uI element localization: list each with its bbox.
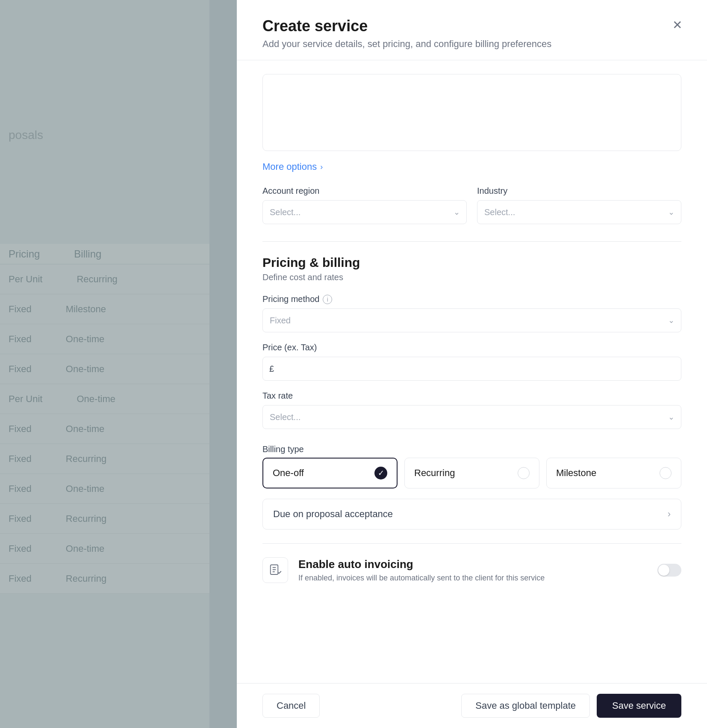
- more-options-label: More options: [262, 161, 317, 172]
- account-region-wrapper: Select... ⌄: [262, 200, 467, 224]
- close-icon: ✕: [672, 18, 682, 32]
- billing-type-row: One-off ✓ Recurring Milestone: [262, 458, 681, 488]
- save-as-template-button[interactable]: Save as global template: [461, 694, 590, 718]
- auto-invoicing-row: Enable auto invoicing If enabled, invoic…: [262, 543, 681, 597]
- modal-footer: Cancel Save as global template Save serv…: [237, 683, 707, 728]
- close-button[interactable]: ✕: [668, 15, 686, 34]
- price-input[interactable]: [262, 357, 681, 381]
- region-industry-row: Account region Select... ⌄ Industry Sele…: [262, 186, 681, 224]
- pricing-billing-heading: Pricing & billing: [262, 255, 681, 270]
- create-service-modal: Create service Add your service details,…: [237, 0, 707, 728]
- industry-label: Industry: [477, 186, 681, 196]
- invoice-icon: [269, 564, 282, 577]
- tax-rate-label: Tax rate: [262, 391, 681, 401]
- pricing-method-select[interactable]: Fixed Per Unit Hourly: [262, 308, 681, 332]
- modal-header: Create service Add your service details,…: [237, 0, 707, 60]
- due-chevron-icon: ›: [668, 509, 671, 520]
- auto-invoice-content: Enable auto invoicing If enabled, invoic…: [298, 558, 647, 583]
- modal-overlay: Create service Add your service details,…: [0, 0, 707, 728]
- price-input-wrapper: £: [262, 357, 681, 381]
- price-group: Price (ex. Tax) £: [262, 343, 681, 381]
- billing-recurring-label: Recurring: [414, 468, 455, 479]
- pricing-billing-section: Pricing & billing Define cost and rates …: [262, 255, 681, 614]
- billing-milestone-label: Milestone: [556, 468, 596, 479]
- invoice-icon-box: [262, 557, 288, 583]
- service-description-textarea[interactable]: [262, 74, 681, 151]
- billing-one-off-label: One-off: [273, 468, 304, 479]
- tax-rate-select[interactable]: Select...: [262, 405, 681, 429]
- modal-content: More options › Account region Select... …: [237, 60, 707, 683]
- industry-group: Industry Select... ⌄: [477, 186, 681, 224]
- billing-recurring-radio-icon: [518, 467, 530, 479]
- industry-select[interactable]: Select...: [477, 200, 681, 224]
- tax-rate-wrapper: Select... ⌄: [262, 405, 681, 429]
- chevron-right-icon: ›: [320, 163, 323, 172]
- account-region-select[interactable]: Select...: [262, 200, 467, 224]
- billing-type-label: Billing type: [262, 444, 681, 454]
- price-label: Price (ex. Tax): [262, 343, 681, 352]
- auto-invoice-toggle[interactable]: [657, 564, 681, 577]
- auto-invoice-desc: If enabled, invoices will be automatical…: [298, 574, 647, 583]
- billing-option-one-off[interactable]: One-off ✓: [262, 458, 398, 488]
- save-service-button[interactable]: Save service: [597, 694, 681, 718]
- more-options-link[interactable]: More options ›: [262, 161, 681, 172]
- billing-option-recurring[interactable]: Recurring: [404, 458, 539, 488]
- billing-type-group: Billing type: [262, 444, 681, 454]
- pricing-billing-desc: Define cost and rates: [262, 272, 681, 282]
- pricing-method-label: Pricing method i: [262, 294, 681, 304]
- price-prefix: £: [269, 364, 274, 374]
- spacer: [262, 597, 681, 614]
- tax-rate-group: Tax rate Select... ⌄: [262, 391, 681, 429]
- pricing-method-wrapper: Fixed Per Unit Hourly ⌄: [262, 308, 681, 332]
- due-on-proposal-label: Due on proposal acceptance: [273, 509, 393, 520]
- toggle-knob: [658, 565, 669, 576]
- pricing-method-info-icon[interactable]: i: [323, 295, 332, 304]
- section-divider-1: [262, 241, 681, 242]
- modal-title: Create service: [262, 17, 681, 35]
- cancel-button[interactable]: Cancel: [262, 694, 320, 718]
- pricing-method-group: Pricing method i Fixed Per Unit Hourly ⌄: [262, 294, 681, 332]
- industry-wrapper: Select... ⌄: [477, 200, 681, 224]
- due-on-proposal-row[interactable]: Due on proposal acceptance ›: [262, 499, 681, 530]
- modal-subtitle: Add your service details, set pricing, a…: [262, 38, 681, 50]
- service-description-section: [262, 60, 681, 161]
- account-region-group: Account region Select... ⌄: [262, 186, 467, 224]
- billing-one-off-check-icon: ✓: [374, 467, 387, 479]
- billing-option-milestone[interactable]: Milestone: [546, 458, 681, 488]
- footer-right-buttons: Save as global template Save service: [461, 694, 681, 718]
- auto-invoice-title: Enable auto invoicing: [298, 558, 647, 571]
- billing-milestone-radio-icon: [660, 467, 672, 479]
- account-region-label: Account region: [262, 186, 467, 196]
